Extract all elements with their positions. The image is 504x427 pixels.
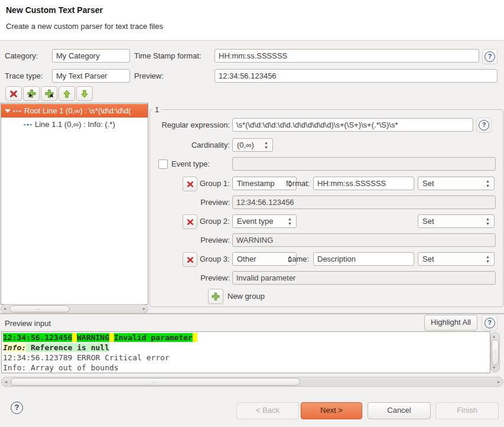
timestamp-format-label: Time Stamp format:	[134, 49, 201, 63]
help-icon: ?	[11, 402, 23, 414]
red-x-icon	[187, 219, 194, 226]
tree-item-line-1-1[interactable]: Line 1.1 (0,∞) : Info: (.*)	[1, 118, 148, 131]
timestamp-format-input[interactable]: HH:mm:ss.SSSSSS	[214, 49, 479, 63]
category-label: Category:	[5, 49, 38, 63]
red-x-icon	[187, 256, 194, 263]
group-3-delete-button[interactable]	[183, 252, 197, 267]
group-1-label: Group 1:	[200, 177, 230, 190]
arrow-down-icon	[80, 90, 89, 98]
help-icon: ?	[485, 51, 495, 62]
group-1-preview-value: 12:34:56.123456	[232, 195, 496, 209]
cardinality-spinner[interactable]: (0,∞)▲▼	[232, 138, 273, 152]
new-group-label: New group	[227, 289, 265, 303]
highlight-all-button[interactable]: Highlight All	[424, 315, 477, 331]
group-2-preview-label: Preview:	[180, 233, 230, 247]
group-1-format-label: format:	[286, 177, 310, 190]
spinner-arrows-icon[interactable]: ▲▼	[485, 255, 490, 264]
regex-label: Regular expression:	[151, 118, 230, 132]
category-input[interactable]: My Category	[52, 49, 130, 63]
add-child-icon	[45, 89, 54, 98]
red-x-icon	[9, 90, 18, 98]
group-2-label: Group 2:	[200, 214, 230, 228]
spinner-arrows-icon[interactable]: ▲▼	[485, 179, 490, 188]
groupbox-label: 1	[152, 105, 161, 114]
tree-item-label: Root Line 1 (0,∞) : \s*(\d\d:\d\d(	[24, 106, 131, 115]
preview-help-button[interactable]: ?	[482, 315, 498, 331]
regex-input[interactable]: \s*(\d\d:\d\d:\d\d.\d\d\d\d\d\d)\s+(\S+)…	[232, 118, 473, 132]
spinner-arrows-icon[interactable]: ▲▼	[287, 217, 292, 226]
group-3-action-value: Set	[422, 255, 434, 263]
move-down-button[interactable]	[76, 86, 93, 101]
regex-help-button[interactable]: ?	[476, 118, 492, 133]
preview-input-text[interactable]: 12:34:56.123456 WARNING Invalid paramete…	[1, 331, 490, 373]
event-type-checkbox[interactable]	[158, 159, 168, 169]
red-x-icon	[187, 181, 194, 188]
delete-line-button[interactable]	[5, 86, 22, 101]
preview-input-label: Preview input	[5, 317, 51, 330]
group-2-tag-value: Event type	[237, 217, 273, 226]
group-3-name-input[interactable]: Description	[313, 252, 414, 266]
cardinality-value: (0,∞)	[237, 141, 254, 149]
group-2-tag-combo[interactable]: Event type▲▼	[232, 214, 297, 228]
group-1-tag-value: Timestamp	[237, 179, 275, 188]
add-child-line-button[interactable]	[41, 86, 57, 101]
group-1-action-value: Set	[422, 179, 434, 188]
preview-vscrollbar[interactable]: ▴ ⋯ ▾	[490, 332, 500, 373]
cardinality-label: Cardinality:	[151, 138, 230, 152]
event-type-input	[232, 157, 496, 171]
line-icon	[13, 109, 21, 113]
page-title: New Custom Text Parser	[6, 5, 103, 15]
preview-hscrollbar[interactable]: ◂ ⋯ ▸	[1, 377, 503, 387]
group-3-tag-combo[interactable]: Other▲▼	[232, 252, 297, 266]
group-3-label: Group 3:	[200, 252, 230, 266]
group-2-preview-value: WARNING	[232, 233, 496, 247]
event-type-label: Event type:	[171, 157, 210, 171]
tree-hscrollbar[interactable]: ◂ ⋯ ▸	[1, 304, 148, 314]
trace-type-input[interactable]: My Text Parser	[52, 69, 130, 83]
group-3-preview-label: Preview:	[180, 271, 230, 285]
timestamp-preview-input[interactable]: 12:34:56.123456	[214, 69, 498, 83]
new-group-button[interactable]	[208, 289, 223, 304]
dialog-help-button[interactable]: ?	[11, 402, 23, 414]
expander-icon[interactable]	[5, 109, 11, 113]
group-1-format-input[interactable]: HH:mm:ss.SSSSSS	[313, 177, 414, 190]
group-1-delete-button[interactable]	[183, 177, 197, 191]
preview-label: Preview:	[134, 69, 164, 83]
spinner-arrows-icon[interactable]: ▲▼	[264, 141, 269, 150]
group-2-delete-button[interactable]	[183, 214, 197, 229]
trace-type-label: Trace type:	[5, 69, 43, 83]
help-icon: ?	[485, 318, 495, 328]
green-plus-icon	[212, 292, 220, 301]
arrow-up-icon	[63, 90, 71, 98]
timestamp-help-button[interactable]: ?	[482, 49, 498, 64]
add-next-line-button[interactable]	[23, 86, 40, 101]
page-subtitle: Create a new custom parser for text trac…	[6, 22, 163, 31]
finish-button: Finish	[435, 402, 499, 419]
group-3-action-combo[interactable]: Set▲▼	[418, 252, 495, 266]
cancel-button[interactable]: Cancel	[368, 402, 431, 419]
group-3-preview-value: Invalid parameter	[232, 271, 496, 285]
spinner-arrows-icon[interactable]: ▲▼	[485, 217, 490, 226]
help-icon: ?	[479, 120, 489, 131]
add-next-icon	[27, 89, 36, 98]
group-2-action-combo[interactable]: Set▲▼	[418, 214, 495, 228]
group-2-action-value: Set	[422, 217, 434, 226]
group-1-preview-label: Preview:	[180, 195, 230, 209]
new-custom-text-parser-dialog: New Custom Text Parser Create a new cust…	[0, 0, 504, 427]
group-3-tag-value: Other	[237, 255, 256, 263]
move-up-button[interactable]	[58, 86, 75, 101]
line-icon	[24, 123, 32, 127]
splitter-sash[interactable]	[0, 313, 504, 314]
back-button: < Back	[236, 402, 299, 419]
group-3-name-label: name:	[288, 252, 309, 266]
tree-item-label: Line 1.1 (0,∞) : Info: (.*)	[35, 120, 115, 129]
group-1-action-combo[interactable]: Set▲▼	[418, 177, 495, 190]
tree-item-root-line[interactable]: Root Line 1 (0,∞) : \s*(\d\d:\d\d(	[1, 104, 148, 118]
line-tree: Root Line 1 (0,∞) : \s*(\d\d:\d\d( Line …	[1, 103, 148, 305]
next-button[interactable]: Next >	[301, 402, 362, 419]
